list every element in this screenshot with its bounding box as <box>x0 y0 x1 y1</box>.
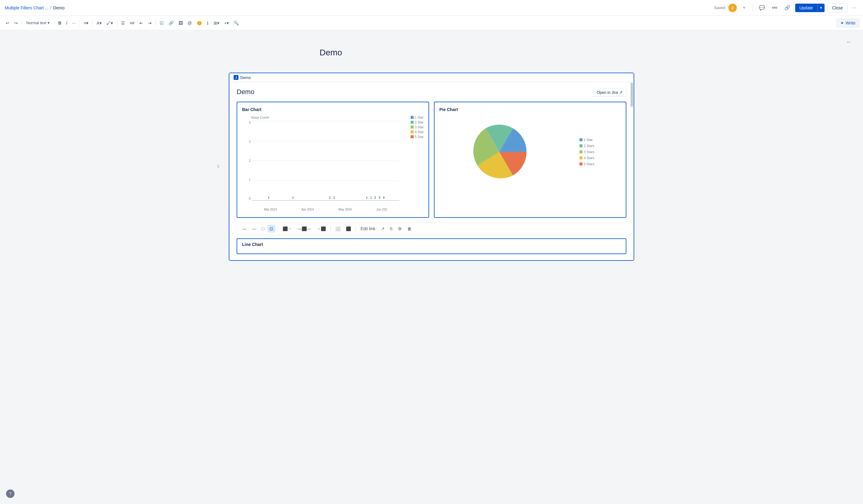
open-jira-button[interactable]: Open in Jira ↗ <box>593 88 626 97</box>
more-options-icon[interactable]: ··· <box>851 4 858 12</box>
doc-title-area: Demo <box>301 48 562 73</box>
bottom-divider-2 <box>330 226 331 231</box>
search-button[interactable]: 🔍 <box>232 19 241 27</box>
checkbox-button[interactable]: ☑ <box>158 19 166 27</box>
mention-button[interactable]: @ <box>186 19 194 27</box>
close-button[interactable]: Close <box>828 3 848 12</box>
redo-button[interactable]: ↪ <box>12 19 20 27</box>
grid-lines <box>252 121 399 200</box>
glasses-icon[interactable]: 👓 <box>770 4 779 12</box>
pie-legend-1star: 1 Star <box>579 138 594 142</box>
bold-button[interactable]: B <box>56 19 63 27</box>
bullet-list-button[interactable]: ☰ <box>119 19 127 27</box>
editor-toolbar: ↩ ↪ Normal text ▾ B I ··· ≡▾ A▾ 🖊▾ ☰ ≡# … <box>0 16 863 30</box>
saved-status: Saved <box>714 5 725 10</box>
page-title[interactable]: Demo <box>320 48 543 58</box>
bar-chart-title: Bar Chart <box>242 107 424 112</box>
grid-line-2 <box>252 161 399 161</box>
pie-legend-3stars: 3 Stars <box>579 150 594 154</box>
write-button[interactable]: ✦ Write <box>836 19 859 27</box>
update-dropdown-button[interactable]: ▾ <box>817 4 825 12</box>
numbered-list-button[interactable]: ≡# <box>128 19 137 27</box>
bar-chart-legend: 1 Star 2 Star 3 Star <box>411 116 424 139</box>
undo-button[interactable]: ↩ <box>4 19 12 27</box>
divider-4 <box>92 20 92 26</box>
table-button[interactable]: ⊞▾ <box>212 19 222 27</box>
breadcrumb-page: Demo <box>53 5 64 10</box>
bottom-divider-btn[interactable]: — <box>240 225 249 232</box>
jira-icon: J <box>234 75 238 80</box>
bar-chart-card: Bar Chart Issue Count 4 3 2 1 0 <box>237 102 429 218</box>
divider-3 <box>79 20 80 26</box>
hyperlink-button[interactable]: 🔗 <box>166 19 176 27</box>
emoji-button[interactable]: 😊 <box>195 19 204 27</box>
avatar[interactable]: J <box>728 4 737 12</box>
line-chart-card: Line Chart <box>237 238 626 254</box>
drag-handle[interactable]: ⠿ <box>217 164 220 169</box>
settings-btn[interactable]: ⚙ <box>396 225 404 232</box>
link-icon[interactable]: 🔗 <box>783 4 792 12</box>
help-button[interactable]: ? <box>6 490 14 498</box>
legend-5star: 5 Star <box>411 135 424 139</box>
charts-grid: Bar Chart Issue Count 4 3 2 1 0 <box>237 102 626 218</box>
app-header: Multiple Filters Chart ... / Demo Saved … <box>0 0 863 16</box>
breadcrumb: Multiple Filters Chart ... / Demo <box>5 5 64 10</box>
edit-link-btn[interactable]: Edit link <box>358 225 377 232</box>
more-formatting-button[interactable]: ··· <box>70 19 78 27</box>
breadcrumb-sep: / <box>50 5 51 10</box>
grid-line-0 <box>252 200 399 201</box>
embed-wrapper: ⠿ J Demo Demo Open in Jira ↗ <box>223 73 640 261</box>
embed-header: J Demo <box>229 73 634 82</box>
align-right-btn[interactable]: →⬛ <box>314 225 328 232</box>
wrap-left-btn[interactable]: ⬛ <box>344 225 353 232</box>
indent-button[interactable]: ⇥ <box>146 19 154 27</box>
divider-6 <box>155 20 156 26</box>
embed-header-title: Demo <box>240 75 251 80</box>
wrap-none-btn[interactable]: ⬜ <box>333 225 342 232</box>
scrollbar-track[interactable] <box>630 82 634 260</box>
y-axis: 4 3 2 1 0 <box>242 121 251 200</box>
columns-button[interactable]: ⫿ <box>204 19 211 27</box>
text-style-select[interactable]: Normal text ▾ <box>24 19 52 27</box>
open-link-btn[interactable]: ↗ <box>379 225 387 232</box>
pie-chart-title: Pie Chart <box>439 107 621 112</box>
text-color-button[interactable]: A▾ <box>95 19 103 27</box>
copy-btn[interactable]: ⎘ <box>388 225 395 232</box>
breadcrumb-title[interactable]: Multiple Filters Chart ... <box>5 5 48 10</box>
legend-1star: 1 Star <box>411 116 424 119</box>
bottom-divider-1 <box>278 226 278 231</box>
bottom-box-btn[interactable]: □ <box>260 225 266 232</box>
divider-1 <box>22 20 22 26</box>
bottom-active-btn[interactable]: ⊡ <box>267 225 275 232</box>
pie-legend-2stars: 2 Stars <box>579 144 594 148</box>
divider <box>752 4 753 12</box>
pie-chart-card: Pie Chart <box>434 102 626 218</box>
align-button[interactable]: ≡▾ <box>82 19 90 27</box>
add-button[interactable]: ＋ <box>740 3 748 12</box>
main-content: ↔ Demo ⠿ J Demo Demo Open in Jira ↗ <box>0 30 863 504</box>
line-chart-title: Line Chart <box>242 242 621 247</box>
grid-line-4 <box>252 121 399 121</box>
italic-button[interactable]: I <box>64 19 70 27</box>
divider-2 <box>54 20 54 26</box>
insert-button[interactable]: +▾ <box>222 19 231 27</box>
jira-embed: J Demo Demo Open in Jira ↗ Bar Chart <box>229 73 634 261</box>
bar-chart-area: Issue Count 4 3 2 1 0 <box>242 116 424 212</box>
external-link-icon: ↗ <box>619 90 623 95</box>
delete-btn[interactable]: 🗑 <box>405 225 414 232</box>
align-left-btn[interactable]: ⬛← <box>280 225 294 232</box>
embed-bottom-toolbar: — — □ ⊡ ⬛← —⬛— →⬛ ⬜ ⬛ Edit link ↗ <box>237 223 626 235</box>
comment-icon[interactable]: 💬 <box>757 4 767 12</box>
legend-2star: 2 Star <box>411 121 424 124</box>
update-button[interactable]: Update <box>795 4 817 12</box>
highlight-button[interactable]: 🖊▾ <box>104 19 115 27</box>
scrollbar-thumb[interactable] <box>630 83 633 107</box>
pie-chart-legend: 1 Star 2 Stars 3 Stars <box>579 138 594 166</box>
outdent-button[interactable]: ⇤ <box>137 19 145 27</box>
image-button[interactable]: 🖼 <box>176 19 185 27</box>
bottom-line-btn[interactable]: — <box>250 225 259 232</box>
align-center-btn[interactable]: —⬛— <box>295 225 313 232</box>
expand-icon[interactable]: ↔ <box>846 39 851 45</box>
divider-5 <box>117 20 117 26</box>
x-axis: Mar 2024 Apr 2024 May 2024 Jun 202 <box>252 208 399 211</box>
